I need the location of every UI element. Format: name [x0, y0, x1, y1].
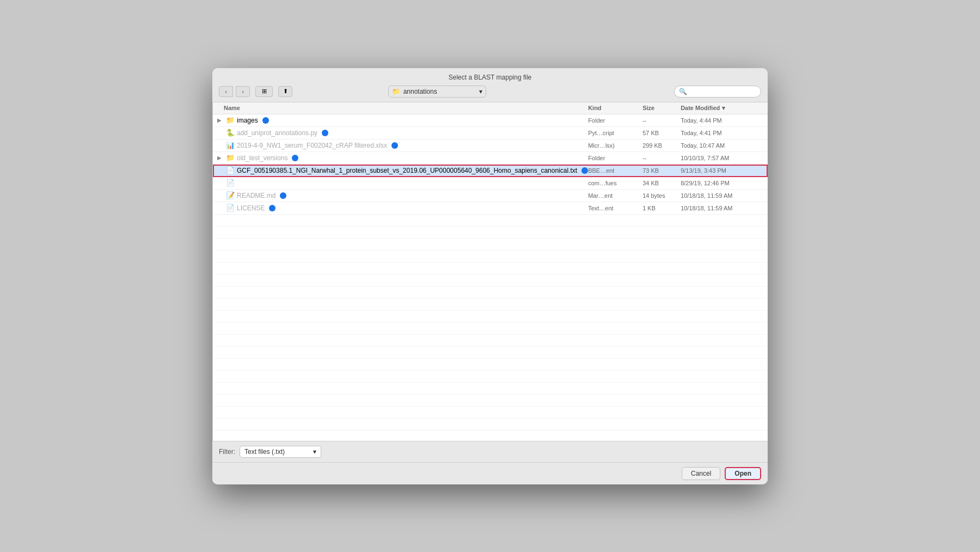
file-name-cell: 📄 [213, 179, 588, 187]
file-name-cell: 📄 GCF_005190385.1_NGI_Narwhal_1_protein_… [213, 166, 588, 175]
filter-dropdown[interactable]: Text files (.txt) ▾ [240, 446, 321, 458]
file-name: images [237, 117, 258, 124]
chevron-down-icon: ▾ [313, 448, 316, 456]
location-dropdown[interactable]: 📁 annotations ▾ [388, 86, 486, 98]
location-label: annotations [403, 88, 437, 95]
expand-arrow-icon: ▶ [217, 155, 224, 161]
file-name-cell: ▶ 📁 old_test_versions [213, 154, 588, 162]
table-row[interactable]: 📄 GCF_005190385.1_NGI_Narwhal_1_protein_… [213, 165, 768, 177]
col-header-name[interactable]: Name [213, 105, 588, 111]
button-bar: Cancel Open [212, 462, 768, 484]
sync-badge [292, 155, 298, 161]
file-date: 10/10/19, 7:57 AM [681, 155, 768, 161]
file-date: Today, 10:47 AM [681, 142, 768, 149]
action-button[interactable]: ⬆ [278, 86, 292, 97]
file-name-cell: 📊 2019-4-9_NW1_serum_F002042_cRAP filter… [213, 141, 588, 150]
col-header-size[interactable]: Size [642, 105, 681, 111]
main-content: Favorites 🕐 This Week 🏠 pwilmart 📁 Googl… [212, 102, 768, 441]
folder-icon: 📁 [226, 116, 235, 125]
chevron-down-icon: ▾ [479, 88, 482, 95]
file-size: -- [642, 155, 681, 161]
file-size: 14 bytes [642, 192, 681, 199]
file-date: 10/18/18, 11:59 AM [681, 192, 768, 199]
text-file-icon: 📄 [226, 204, 235, 213]
view-options-icon: ⊞ [262, 88, 267, 95]
file-name: old_test_versions [237, 154, 287, 162]
file-list-area: Name Kind Size Date Modified ▾ ▶ 📁 image… [213, 102, 768, 441]
filter-bar: Filter: Text files (.txt) ▾ [212, 441, 768, 462]
file-name: README.md [237, 192, 275, 199]
file-dialog: Select a BLAST mapping file ‹ › ⊞ ⬆ 📁 an… [212, 68, 768, 484]
table-row[interactable]: 📊 2019-4-9_NW1_serum_F002042_cRAP filter… [213, 139, 768, 152]
col-header-date[interactable]: Date Modified ▾ [681, 105, 768, 112]
excel-file-icon: 📊 [226, 141, 235, 150]
generic-file-icon: 📄 [226, 179, 235, 187]
col-header-kind[interactable]: Kind [588, 105, 642, 111]
cancel-button[interactable]: Cancel [682, 467, 720, 480]
folder-icon: 📁 [392, 88, 400, 95]
file-name: GCF_005190385.1_NGI_Narwhal_1_protein_su… [237, 167, 577, 174]
file-date: Today, 4:41 PM [681, 130, 768, 136]
titlebar: Select a BLAST mapping file ‹ › ⊞ ⬆ 📁 an… [212, 68, 768, 102]
md-file-icon: 📝 [226, 191, 235, 200]
file-name: LICENSE [237, 204, 265, 212]
file-kind: Folder [588, 117, 642, 124]
file-kind: Mar…ent [588, 192, 642, 199]
file-date: 10/18/18, 11:59 AM [681, 205, 768, 211]
action-icon: ⬆ [283, 88, 288, 95]
file-kind: Folder [588, 155, 642, 161]
table-row[interactable]: 🐍 add_uniprot_annotations.py Pyt…cript 5… [213, 127, 768, 139]
file-size: 34 KB [642, 180, 681, 186]
file-size: 73 KB [642, 167, 681, 174]
file-size: -- [642, 117, 681, 124]
sort-icon: ▾ [722, 105, 725, 112]
file-name: 2019-4-9_NW1_serum_F002042_cRAP filtered… [237, 142, 387, 149]
table-row[interactable]: 📄 com…fues 34 KB 8/29/19, 12:46 PM [213, 177, 768, 190]
sync-badge [269, 205, 275, 211]
table-row[interactable]: 📝 README.md Mar…ent 14 bytes 10/18/18, 1… [213, 190, 768, 202]
file-date: 9/13/19, 3:43 PM [681, 167, 768, 174]
sync-badge [262, 117, 269, 124]
open-button[interactable]: Open [725, 467, 761, 480]
forward-icon: › [242, 88, 244, 95]
filter-value: Text files (.txt) [244, 448, 285, 456]
file-name-cell: 📄 LICENSE [213, 204, 588, 213]
sync-badge [581, 167, 588, 174]
file-name-cell: ▶ 📁 images [213, 116, 588, 125]
search-box[interactable]: 🔍 [674, 86, 761, 98]
sync-badge [391, 142, 398, 149]
file-size: 1 KB [642, 205, 681, 211]
file-size: 299 KB [642, 142, 681, 149]
toolbar: ‹ › ⊞ ⬆ 📁 annotations ▾ 🔍 [219, 86, 761, 98]
table-row[interactable]: 📄 LICENSE Text…ent 1 KB 10/18/18, 11:59 … [213, 202, 768, 215]
empty-space [213, 215, 768, 441]
search-icon: 🔍 [679, 88, 687, 95]
file-kind: BBE…ent [588, 167, 642, 174]
expand-arrow-icon: ▶ [217, 117, 224, 123]
file-size: 57 KB [642, 130, 681, 136]
dialog-title: Select a BLAST mapping file [449, 74, 532, 81]
file-kind: Text…ent [588, 205, 642, 211]
text-file-icon: 📄 [226, 166, 235, 175]
back-icon: ‹ [225, 88, 227, 95]
sync-badge [322, 130, 328, 136]
python-file-icon: 🐍 [226, 129, 235, 137]
file-name-cell: 🐍 add_uniprot_annotations.py [213, 129, 588, 137]
view-options-button[interactable]: ⊞ [255, 86, 273, 97]
folder-icon: 📁 [226, 154, 235, 162]
file-name: add_uniprot_annotations.py [237, 129, 317, 137]
table-row[interactable]: ▶ 📁 old_test_versions Folder -- 10/10/19… [213, 152, 768, 165]
forward-button[interactable]: › [236, 86, 250, 97]
file-date: Today, 4:44 PM [681, 117, 768, 124]
file-kind: Micr…lsx) [588, 142, 642, 149]
file-name-cell: 📝 README.md [213, 191, 588, 200]
sync-badge [280, 192, 286, 199]
back-button[interactable]: ‹ [219, 86, 233, 97]
filter-label: Filter: [219, 448, 235, 456]
file-kind: com…fues [588, 180, 642, 186]
table-row[interactable]: ▶ 📁 images Folder -- Today, 4:44 PM [213, 114, 768, 127]
column-headers: Name Kind Size Date Modified ▾ [213, 102, 768, 114]
file-kind: Pyt…cript [588, 130, 642, 136]
file-date: 8/29/19, 12:46 PM [681, 180, 768, 186]
